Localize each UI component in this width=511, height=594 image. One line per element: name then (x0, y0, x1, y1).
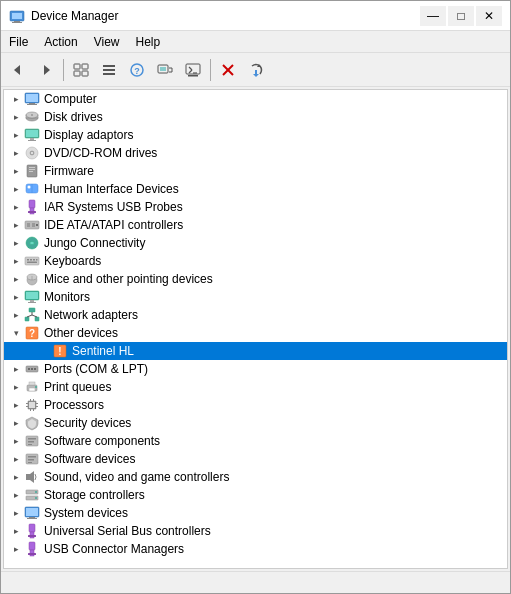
display-icon (24, 127, 40, 143)
tree-item-processors[interactable]: Processors (4, 396, 507, 414)
expander-hid[interactable] (8, 181, 24, 197)
expander-processors[interactable] (8, 397, 24, 413)
tree-item-sentinel[interactable]: ! Sentinel HL (4, 342, 507, 360)
svg-rect-62 (27, 262, 37, 264)
expander-print[interactable] (8, 379, 24, 395)
svg-rect-100 (28, 441, 34, 443)
mice-icon (24, 271, 40, 287)
expander-sound[interactable] (8, 469, 24, 485)
tree-item-mice[interactable]: Mice and other pointing devices (4, 270, 507, 288)
tree-item-computer[interactable]: Computer (4, 90, 507, 108)
svg-marker-5 (44, 65, 50, 75)
svg-line-74 (27, 315, 32, 317)
minimize-button[interactable]: — (420, 6, 446, 26)
expander-network[interactable] (8, 307, 24, 323)
svg-rect-58 (27, 259, 29, 261)
tree-label-iar: IAR Systems USB Probes (44, 200, 183, 214)
tree-item-swdev[interactable]: Software devices (4, 450, 507, 468)
expander-storage[interactable] (8, 487, 24, 503)
expander-usbconn[interactable] (8, 541, 24, 557)
other-icon: ? (24, 325, 40, 341)
expander-computer[interactable] (8, 91, 24, 107)
menu-help[interactable]: Help (128, 31, 169, 53)
expander-mice[interactable] (8, 271, 24, 287)
menu-file[interactable]: File (1, 31, 36, 53)
firmware-icon (24, 163, 40, 179)
tree-view[interactable]: Computer Disk drives Display adaptors (3, 89, 508, 569)
tree-item-usbconn[interactable]: USB Connector Managers (4, 540, 507, 558)
processors-icon (24, 397, 40, 413)
tree-item-disk[interactable]: Disk drives (4, 108, 507, 126)
jungo-icon (24, 235, 40, 251)
tree-item-ide[interactable]: IDE ATA/ATAPI controllers (4, 216, 507, 234)
forward-button[interactable] (33, 57, 59, 83)
expander-security[interactable] (8, 415, 24, 431)
dvd-icon (24, 145, 40, 161)
close-button[interactable]: ✕ (476, 6, 502, 26)
expander-usb[interactable] (8, 523, 24, 539)
sysdev-icon (24, 505, 40, 521)
expander-swdev[interactable] (8, 451, 24, 467)
expander-ide[interactable] (8, 217, 24, 233)
usbconn-icon (24, 541, 40, 557)
svg-rect-43 (29, 167, 35, 168)
expander-firmware[interactable] (8, 163, 24, 179)
svg-marker-26 (253, 74, 259, 77)
tree-item-other[interactable]: ? Other devices (4, 324, 507, 342)
tree-item-usb[interactable]: Universal Serial Bus controllers (4, 522, 507, 540)
tree-item-sysdev[interactable]: System devices (4, 504, 507, 522)
tree-item-sound[interactable]: Sound, video and game controllers (4, 468, 507, 486)
scan-button[interactable] (152, 57, 178, 83)
tree-label-disk: Disk drives (44, 110, 103, 124)
tree-label-sentinel: Sentinel HL (72, 344, 134, 358)
maximize-button[interactable]: □ (448, 6, 474, 26)
expander-jungo[interactable] (8, 235, 24, 251)
ports-icon (24, 361, 40, 377)
tree-item-jungo[interactable]: Jungo Connectivity (4, 234, 507, 252)
svg-rect-112 (26, 508, 38, 516)
tree-item-hid[interactable]: Human Interface Devices (4, 180, 507, 198)
tree-item-storage[interactable]: Storage controllers (4, 486, 507, 504)
expander-iar[interactable] (8, 199, 24, 215)
tree-item-security[interactable]: Security devices (4, 414, 507, 432)
back-button[interactable] (5, 57, 31, 83)
expander-display[interactable] (8, 127, 24, 143)
tree-item-dvd[interactable]: DVD/CD-ROM drives (4, 144, 507, 162)
expander-ports[interactable] (8, 361, 24, 377)
storage-icon (24, 487, 40, 503)
menu-action[interactable]: Action (36, 31, 85, 53)
expander-keyboards[interactable] (8, 253, 24, 269)
device-manager-window: Device Manager — □ ✕ File Action View He… (0, 0, 511, 594)
expander-swcomp[interactable] (8, 433, 24, 449)
tree-item-iar[interactable]: IAR Systems USB Probes (4, 198, 507, 216)
tree-label-firmware: Firmware (44, 164, 94, 178)
tree-item-swcomp[interactable]: Software components (4, 432, 507, 450)
tree-label-swcomp: Software components (44, 434, 160, 448)
expander-other[interactable] (8, 325, 24, 341)
help-button[interactable]: ? (124, 57, 150, 83)
remove-button[interactable] (215, 57, 241, 83)
tree-item-monitors[interactable]: Monitors (4, 288, 507, 306)
svg-rect-37 (30, 138, 34, 140)
menu-view[interactable]: View (86, 31, 128, 53)
resource-view-button[interactable] (96, 57, 122, 83)
expander-sentinel (36, 343, 52, 359)
tree-item-network[interactable]: Network adapters (4, 306, 507, 324)
tree-item-ports[interactable]: Ports (COM & LPT) (4, 360, 507, 378)
tree-item-firmware[interactable]: Firmware (4, 162, 507, 180)
device-view-button[interactable] (68, 57, 94, 83)
tree-item-display[interactable]: Display adaptors (4, 126, 507, 144)
svg-rect-93 (36, 406, 38, 407)
tree-item-print[interactable]: Print queues (4, 378, 507, 396)
expander-sysdev[interactable] (8, 505, 24, 521)
tree-label-computer: Computer (44, 92, 97, 106)
expander-disk[interactable] (8, 109, 24, 125)
expander-dvd[interactable] (8, 145, 24, 161)
tree-item-keyboards[interactable]: Keyboards (4, 252, 507, 270)
console-button[interactable] (180, 57, 206, 83)
svg-rect-72 (35, 317, 39, 321)
update-button[interactable] (243, 57, 269, 83)
expander-monitors[interactable] (8, 289, 24, 305)
svg-rect-120 (28, 553, 36, 555)
svg-point-55 (36, 224, 38, 226)
